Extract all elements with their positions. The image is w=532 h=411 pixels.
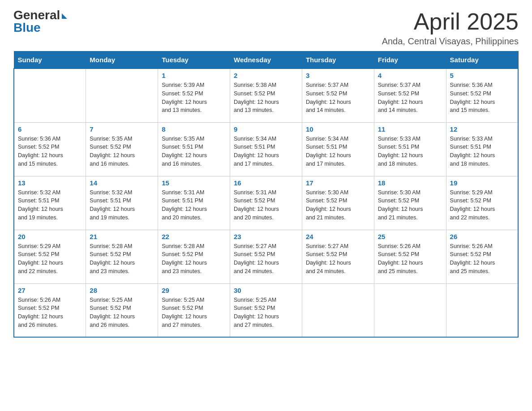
day-number: 18: [378, 179, 442, 187]
day-number: 25: [378, 233, 442, 240]
day-number: 6: [18, 125, 82, 133]
calendar-cell: 5Sunrise: 5:36 AM Sunset: 5:52 PM Daylig…: [446, 68, 518, 122]
day-info: Sunrise: 5:25 AM Sunset: 5:52 PM Dayligh…: [162, 296, 226, 330]
calendar-cell: 21Sunrise: 5:28 AM Sunset: 5:52 PM Dayli…: [86, 230, 158, 283]
calendar-header-sunday: Sunday: [14, 51, 86, 69]
page-subtitle: Anda, Central Visayas, Philippines: [382, 36, 519, 47]
page-title: April 2025: [382, 9, 519, 34]
calendar-cell: 24Sunrise: 5:27 AM Sunset: 5:52 PM Dayli…: [302, 230, 374, 283]
day-info: Sunrise: 5:31 AM Sunset: 5:51 PM Dayligh…: [162, 188, 226, 222]
day-info: Sunrise: 5:35 AM Sunset: 5:51 PM Dayligh…: [162, 135, 226, 168]
calendar-cell: 28Sunrise: 5:25 AM Sunset: 5:52 PM Dayli…: [86, 283, 158, 337]
calendar-cell: 23Sunrise: 5:27 AM Sunset: 5:52 PM Dayli…: [230, 230, 302, 283]
day-number: 27: [18, 287, 82, 294]
day-info: Sunrise: 5:27 AM Sunset: 5:52 PM Dayligh…: [234, 242, 298, 276]
day-number: 26: [450, 233, 514, 240]
calendar-cell: [302, 283, 374, 337]
calendar-cell: 10Sunrise: 5:34 AM Sunset: 5:51 PM Dayli…: [302, 122, 374, 176]
calendar-cell: 4Sunrise: 5:37 AM Sunset: 5:52 PM Daylig…: [374, 68, 446, 122]
calendar-cell: 16Sunrise: 5:31 AM Sunset: 5:52 PM Dayli…: [230, 176, 302, 230]
day-info: Sunrise: 5:29 AM Sunset: 5:52 PM Dayligh…: [450, 188, 514, 222]
day-info: Sunrise: 5:26 AM Sunset: 5:52 PM Dayligh…: [450, 242, 514, 276]
calendar-cell: 26Sunrise: 5:26 AM Sunset: 5:52 PM Dayli…: [446, 230, 518, 283]
day-number: 1: [162, 72, 226, 79]
calendar-header-thursday: Thursday: [302, 51, 374, 69]
day-number: 14: [90, 179, 154, 187]
calendar-header-tuesday: Tuesday: [158, 51, 230, 69]
calendar-cell: [374, 283, 446, 337]
day-number: 23: [234, 233, 298, 240]
calendar-cell: 17Sunrise: 5:30 AM Sunset: 5:52 PM Dayli…: [302, 176, 374, 230]
day-number: 16: [234, 179, 298, 187]
calendar-cell: 9Sunrise: 5:34 AM Sunset: 5:51 PM Daylig…: [230, 122, 302, 176]
calendar-cell: 12Sunrise: 5:33 AM Sunset: 5:51 PM Dayli…: [446, 122, 518, 176]
calendar-cell: 11Sunrise: 5:33 AM Sunset: 5:51 PM Dayli…: [374, 122, 446, 176]
day-info: Sunrise: 5:36 AM Sunset: 5:52 PM Dayligh…: [450, 81, 514, 115]
calendar-cell: 6Sunrise: 5:36 AM Sunset: 5:52 PM Daylig…: [14, 122, 86, 176]
day-number: 7: [90, 125, 154, 133]
day-info: Sunrise: 5:28 AM Sunset: 5:52 PM Dayligh…: [90, 242, 154, 276]
calendar-cell: 2Sunrise: 5:38 AM Sunset: 5:52 PM Daylig…: [230, 68, 302, 122]
calendar-week-row: 13Sunrise: 5:32 AM Sunset: 5:51 PM Dayli…: [14, 176, 518, 230]
day-info: Sunrise: 5:38 AM Sunset: 5:52 PM Dayligh…: [234, 81, 298, 115]
calendar-cell: 22Sunrise: 5:28 AM Sunset: 5:52 PM Dayli…: [158, 230, 230, 283]
calendar-cell: 3Sunrise: 5:37 AM Sunset: 5:52 PM Daylig…: [302, 68, 374, 122]
calendar-table: SundayMondayTuesdayWednesdayThursdayFrid…: [13, 51, 519, 338]
calendar-week-row: 20Sunrise: 5:29 AM Sunset: 5:52 PM Dayli…: [14, 230, 518, 283]
day-number: 10: [306, 125, 370, 133]
day-number: 15: [162, 179, 226, 187]
day-number: 9: [234, 125, 298, 133]
day-info: Sunrise: 5:25 AM Sunset: 5:52 PM Dayligh…: [234, 296, 298, 330]
calendar-cell: 18Sunrise: 5:30 AM Sunset: 5:52 PM Dayli…: [374, 176, 446, 230]
day-info: Sunrise: 5:27 AM Sunset: 5:52 PM Dayligh…: [306, 242, 370, 276]
day-info: Sunrise: 5:26 AM Sunset: 5:52 PM Dayligh…: [378, 242, 442, 276]
day-info: Sunrise: 5:33 AM Sunset: 5:51 PM Dayligh…: [378, 135, 442, 168]
logo-blue-text: Blue: [13, 21, 41, 34]
day-info: Sunrise: 5:25 AM Sunset: 5:52 PM Dayligh…: [90, 296, 154, 330]
calendar-cell: 13Sunrise: 5:32 AM Sunset: 5:51 PM Dayli…: [14, 176, 86, 230]
calendar-header-wednesday: Wednesday: [230, 51, 302, 69]
calendar-cell: [86, 68, 158, 122]
day-info: Sunrise: 5:37 AM Sunset: 5:52 PM Dayligh…: [306, 81, 370, 115]
day-info: Sunrise: 5:32 AM Sunset: 5:51 PM Dayligh…: [90, 188, 154, 222]
day-number: 11: [378, 125, 442, 133]
day-number: 17: [306, 179, 370, 187]
day-number: 4: [378, 72, 442, 79]
day-info: Sunrise: 5:34 AM Sunset: 5:51 PM Dayligh…: [306, 135, 370, 168]
calendar-cell: 1Sunrise: 5:39 AM Sunset: 5:52 PM Daylig…: [158, 68, 230, 122]
day-number: 3: [306, 72, 370, 79]
calendar-header-saturday: Saturday: [446, 51, 518, 69]
calendar-header-monday: Monday: [86, 51, 158, 69]
day-info: Sunrise: 5:32 AM Sunset: 5:51 PM Dayligh…: [18, 188, 82, 222]
day-number: 28: [90, 287, 154, 294]
day-info: Sunrise: 5:30 AM Sunset: 5:52 PM Dayligh…: [306, 188, 370, 222]
day-number: 29: [162, 287, 226, 294]
day-number: 12: [450, 125, 514, 133]
calendar-week-row: 27Sunrise: 5:26 AM Sunset: 5:52 PM Dayli…: [14, 283, 518, 337]
day-info: Sunrise: 5:39 AM Sunset: 5:52 PM Dayligh…: [162, 81, 226, 115]
day-number: 24: [306, 233, 370, 240]
calendar-cell: [446, 283, 518, 337]
day-info: Sunrise: 5:30 AM Sunset: 5:52 PM Dayligh…: [378, 188, 442, 222]
day-number: 13: [18, 179, 82, 187]
logo: General Blue: [13, 9, 67, 34]
day-info: Sunrise: 5:36 AM Sunset: 5:52 PM Dayligh…: [18, 135, 82, 168]
calendar-cell: 7Sunrise: 5:35 AM Sunset: 5:52 PM Daylig…: [86, 122, 158, 176]
day-info: Sunrise: 5:26 AM Sunset: 5:52 PM Dayligh…: [18, 296, 82, 330]
day-info: Sunrise: 5:33 AM Sunset: 5:51 PM Dayligh…: [450, 135, 514, 168]
calendar-cell: 20Sunrise: 5:29 AM Sunset: 5:52 PM Dayli…: [14, 230, 86, 283]
day-number: 21: [90, 233, 154, 240]
day-info: Sunrise: 5:37 AM Sunset: 5:52 PM Dayligh…: [378, 81, 442, 115]
calendar-cell: 30Sunrise: 5:25 AM Sunset: 5:52 PM Dayli…: [230, 283, 302, 337]
day-number: 8: [162, 125, 226, 133]
calendar-week-row: 6Sunrise: 5:36 AM Sunset: 5:52 PM Daylig…: [14, 122, 518, 176]
calendar-cell: 25Sunrise: 5:26 AM Sunset: 5:52 PM Dayli…: [374, 230, 446, 283]
calendar-cell: 14Sunrise: 5:32 AM Sunset: 5:51 PM Dayli…: [86, 176, 158, 230]
calendar-header-row: SundayMondayTuesdayWednesdayThursdayFrid…: [14, 51, 518, 69]
day-info: Sunrise: 5:28 AM Sunset: 5:52 PM Dayligh…: [162, 242, 226, 276]
day-number: 22: [162, 233, 226, 240]
day-number: 2: [234, 72, 298, 79]
calendar-cell: 29Sunrise: 5:25 AM Sunset: 5:52 PM Dayli…: [158, 283, 230, 337]
day-info: Sunrise: 5:35 AM Sunset: 5:52 PM Dayligh…: [90, 135, 154, 168]
day-number: 20: [18, 233, 82, 240]
